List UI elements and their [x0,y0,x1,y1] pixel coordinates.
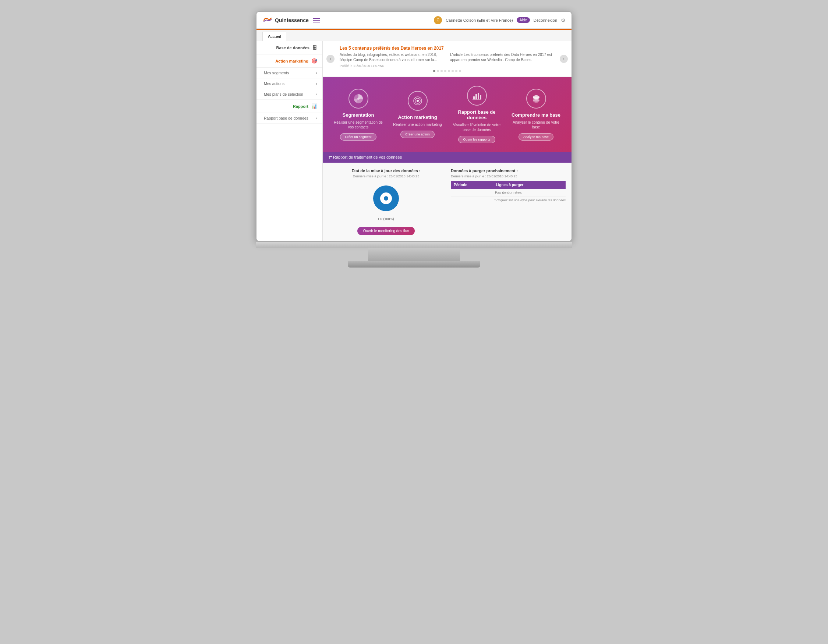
news-dot-0[interactable] [433,70,435,72]
avatar: C [434,16,442,24]
sidebar-item-mes-plans[interactable]: Mes plans de sélection › [257,89,322,100]
donut-chart [370,182,403,215]
svg-point-13 [384,196,388,201]
rapport-base-desc: Visualiser l'évolution de votre base de … [450,122,503,132]
mes-actions-label: Mes actions [264,81,284,86]
database-icon: 🗄 [312,45,317,50]
main-layout: Base de données 🗄 Action marketing 🎯 Mes… [257,41,571,241]
tab-bar: Accueil [257,30,571,41]
svg-point-0 [358,97,359,100]
hero-tile-segmentation: Segmentation Réaliser une segmentation d… [329,89,388,141]
top-nav-right: C Carinette Colson (Elle et Vire France)… [434,16,566,24]
target-icon: 🎯 [311,58,317,64]
monitor-stand-top [256,242,572,248]
hamburger-icon[interactable] [313,18,320,22]
hero-tile-action-marketing: Action marketing Réaliser une action mar… [388,91,447,138]
top-nav-left: Quintessence [262,17,320,24]
sidebar-item-mes-segments[interactable]: Mes segments › [257,68,322,78]
action-marketing-title: Action marketing [391,114,444,120]
comprendre-icon [526,89,546,108]
app-container: Quintessence C Carinette Colson (Elle et… [257,12,571,241]
chevron-icon-segments: › [316,71,318,75]
rapport-section: ⇄ Rapport de traitement de vos données E… [323,152,571,241]
news-date: Publié le 11/01/2018 11:07:54 [340,64,555,68]
segmentation-desc: Réaliser une segmentation de vos contact… [332,120,385,130]
news-prev-button[interactable]: ‹ [326,55,334,63]
hero-tile-rapport: Rapport base de données Visualiser l'évo… [447,86,507,143]
screen-frame: Quintessence C Carinette Colson (Elle et… [256,11,572,242]
news-full-text: L'article Les 5 contenus préférés des Da… [450,52,555,63]
settings-icon[interactable]: ⚙ [561,17,566,23]
action-marketing-icon [408,91,428,111]
svg-rect-7 [480,95,481,99]
sidebar: Base de données 🗄 Action marketing 🎯 Mes… [257,41,323,241]
top-nav: Quintessence C Carinette Colson (Elle et… [257,12,571,29]
svg-rect-6 [478,93,479,99]
aide-badge[interactable]: Aide [517,17,530,23]
news-dot-6[interactable] [455,70,458,72]
news-dot-3[interactable] [444,70,446,72]
content-area: ‹ Les 5 contenus préférés des Data Heroe… [323,41,571,241]
svg-rect-4 [473,96,475,99]
comprendre-desc: Analyser le contenu de votre base [509,120,563,130]
user-name: Carinette Colson (Elle et Vire France) [445,18,513,22]
sidebar-label-rapport: Rapport [293,104,308,108]
rapport-right-date: Dernière mise à jour le : 26/01/2018 14:… [451,174,566,178]
news-dot-1[interactable] [437,70,439,72]
news-dot-2[interactable] [441,70,443,72]
news-title: Les 5 contenus préférés des Data Heroes … [340,45,555,51]
deconnexion-link[interactable]: Déconnexion [533,18,557,22]
creer-segment-button[interactable]: Créer un segment [340,133,376,141]
logo-area: Quintessence [262,17,309,24]
action-marketing-desc: Réaliser une action marketing [391,122,444,127]
news-dots [329,70,566,72]
news-content: Les 5 contenus préférés des Data Heroes … [340,45,555,68]
logo-text: Quintessence [275,17,309,23]
hero-tile-comprendre: Comprendre ma base Analyser le contenu d… [507,89,566,141]
sidebar-label-action: Action marketing [275,59,308,63]
news-dot-4[interactable] [448,70,450,72]
sidebar-item-action-marketing[interactable]: Action marketing 🎯 [257,55,322,68]
news-banner: ‹ Les 5 contenus préférés des Data Heroe… [323,41,571,77]
analyse-base-button[interactable]: Analyse ma base [519,133,554,141]
donut-label: Ok (100%) [378,217,394,221]
news-next-button[interactable]: › [560,55,568,63]
segmentation-icon [348,89,369,108]
sidebar-item-rapport[interactable]: Rapport 📊 [257,100,322,113]
svg-rect-5 [475,94,477,99]
monitoring-button[interactable]: Ouvrir le monitoring des flux [358,227,415,235]
sidebar-item-mes-actions[interactable]: Mes actions › [257,78,322,89]
chevron-icon-plans: › [316,92,318,96]
chevron-icon-actions: › [316,81,318,86]
rapport-base-title: Rapport base de données [450,109,503,120]
mes-segments-label: Mes segments [264,71,289,75]
rapport-body: Etat de la mise à jour des données : Der… [323,163,571,241]
news-dot-7[interactable] [459,70,461,72]
news-excerpt: Articles du blog, infographies, vidéos e… [340,52,444,63]
rapport-header-bar: ⇄ Rapport de traitement de vos données [323,152,571,163]
donut-wrapper: Ok (100%) [329,182,444,221]
segmentation-title: Segmentation [332,112,385,118]
purge-note: * Cliquez sur une ligne pour extraire le… [451,198,566,202]
rapport-left-title: Etat de la mise à jour des données : [329,169,444,173]
news-dot-5[interactable] [452,70,454,72]
sidebar-label-base: Base de données [276,45,309,50]
monitor-wrapper: Quintessence C Carinette Colson (Elle et… [0,11,828,268]
purge-col-lignes: Lignes à purger [493,181,566,189]
logo-icon [262,17,273,24]
rapport-base-label: Rapport base de données [264,116,308,120]
purge-table: Période Lignes à purger Pas de données [451,181,566,197]
creer-action-button[interactable]: Créer une action [400,131,434,138]
hero-tiles: Segmentation Réaliser une segmentation d… [323,77,571,152]
rapport-left-date: Dernière mise à jour le : 26/01/2018 14:… [329,174,444,178]
sidebar-item-rapport-base[interactable]: Rapport base de données › [257,113,322,124]
table-row[interactable]: Pas de données [451,189,566,197]
sidebar-item-base-donnees[interactable]: Base de données 🗄 [257,41,322,55]
svg-point-3 [417,100,419,102]
ouvrir-rapports-button[interactable]: Ouvrir les rapports [458,136,495,143]
rapport-right: Données à purger prochainement : Dernièr… [451,169,566,235]
rapport-icon [467,86,487,106]
tab-accueil[interactable]: Accueil [262,31,286,41]
table-empty-cell: Pas de données [451,189,566,197]
purge-col-periode: Période [451,181,493,189]
